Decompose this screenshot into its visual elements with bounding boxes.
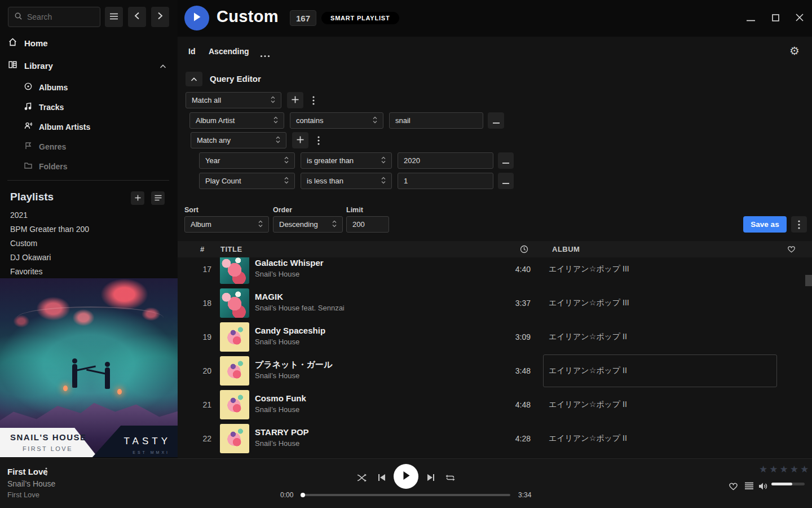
volume-slider[interactable] [771,483,805,485]
group-more-icon[interactable] [308,92,319,108]
playlist-item-favorites[interactable]: Favorites [10,267,43,276]
rule-value-input[interactable]: 1 [398,173,493,189]
order-select[interactable]: Descending [273,216,343,233]
track-artist[interactable]: Snail’s House [255,405,299,414]
track-artist[interactable]: Snail’s House feat. Sennzai [255,304,345,312]
track-album[interactable]: エイリアン☆ポップ II [549,388,627,422]
track-artwork[interactable] [220,257,249,284]
add-playlist-button[interactable] [131,191,144,205]
search-input[interactable]: Search [8,7,100,27]
sidebar-item-album-artists[interactable]: Album Artists [24,121,90,132]
table-row[interactable]: 22 STARRY POP Snail’s House 4:28 エイリアン☆ポ… [178,422,812,456]
sidebar-item-tracks[interactable]: Tracks [24,102,64,112]
next-track-button[interactable] [422,470,438,485]
track-artwork[interactable] [220,390,249,419]
playlist-queue-button[interactable] [151,191,165,205]
track-album[interactable]: エイリアン☆ポップ III [549,257,629,286]
collapse-query-editor-button[interactable] [186,72,202,86]
add-rule-button[interactable] [292,132,308,148]
scrollbar-thumb[interactable] [805,275,812,286]
track-title[interactable]: Candy Spaceship [255,326,325,335]
track-artwork[interactable] [220,288,249,318]
previous-track-button[interactable] [374,470,390,485]
track-title[interactable]: MAGIK [255,292,283,301]
forward-button[interactable] [151,7,169,27]
track-artist[interactable]: Snail’s House [255,371,299,380]
sidebar-item-home[interactable]: Home [8,37,48,49]
track-album[interactable]: エイリアン☆ポップ III [549,286,629,320]
more-options-icon[interactable] [260,50,270,60]
playlist-item-2021[interactable]: 2021 [10,211,28,220]
track-title[interactable]: Cosmo Funk [255,393,306,403]
now-playing-artwork[interactable]: SNAIL'S HOUSE FIRST LOVE TASTY EST MMXI [0,278,178,457]
track-album[interactable]: エイリアン☆ポップ II [549,354,627,388]
rule-operator-select[interactable]: is less than [301,173,392,189]
rule-value-input[interactable]: snail [389,112,483,129]
track-artwork[interactable] [220,356,249,386]
favorite-button[interactable] [725,478,741,494]
rule-operator-select[interactable]: contains [290,112,383,129]
seek-knob[interactable] [301,493,305,497]
sidebar-item-folders[interactable]: Folders [24,161,68,172]
table-row[interactable]: 17 Galactic Whisper Snail’s House 4:40 エ… [178,257,812,286]
rule-field-select[interactable]: Year [199,152,295,169]
queue-button[interactable] [741,478,757,494]
settings-gear-icon[interactable]: ⚙ [789,44,800,58]
playlist-item-bpm[interactable]: BPM Greater than 200 [10,225,89,234]
table-row[interactable]: 19 Candy Spaceship Snail’s House 3:09 エイ… [178,320,812,354]
table-row[interactable]: 18 MAGIK Snail’s House feat. Sennzai 3:3… [178,286,812,320]
track-artwork[interactable] [220,322,249,352]
track-artist[interactable]: Snail’s House [255,439,299,448]
now-playing-album[interactable]: First Love [7,491,39,499]
collapse-library-icon[interactable] [160,61,166,71]
track-album[interactable]: エイリアン☆ポップ II [549,320,627,354]
rule-field-select[interactable]: Play Count [199,173,295,189]
seek-bar[interactable] [302,494,510,496]
volume-icon[interactable] [756,478,771,494]
track-artist[interactable]: Snail’s House [255,270,299,278]
remove-rule-button[interactable] [488,112,504,129]
rule-field-select[interactable]: Album Artist [189,112,284,129]
track-artist[interactable]: Snail’s House [255,338,299,346]
duration-clock-icon[interactable] [520,245,528,255]
match-type-select[interactable]: Match all [186,92,281,108]
playlist-item-custom[interactable]: Custom [10,239,37,248]
sort-select[interactable]: Album [184,216,269,233]
remove-rule-button[interactable] [498,152,514,169]
track-title[interactable]: Galactic Whisper [255,258,324,268]
maximize-button[interactable] [769,12,782,25]
back-button[interactable] [128,7,146,27]
playlist-item-dj-okawari[interactable]: DJ Okawari [10,253,51,262]
add-rule-button[interactable] [287,92,303,108]
minimize-button[interactable] [744,12,757,25]
play-playlist-button[interactable] [184,6,209,30]
column-album[interactable]: ALBUM [552,245,580,253]
sort-field-button[interactable]: Id [188,47,195,56]
sidebar-item-library[interactable]: Library [8,60,53,71]
menu-button[interactable] [105,7,123,27]
save-as-button[interactable]: Save as [743,216,787,233]
rule-operator-select[interactable]: is greater than [301,152,392,169]
table-row[interactable]: 21 Cosmo Funk Snail’s House 4:48 エイリアン☆ポ… [178,388,812,422]
remove-rule-button[interactable] [498,173,514,189]
match-type-select[interactable]: Match any [191,132,286,148]
column-title[interactable]: TITLE [220,245,242,253]
sidebar-item-genres[interactable]: Genres [24,141,66,152]
now-playing-artist[interactable]: Snail’s House [7,479,55,488]
track-album[interactable]: エイリアン☆ポップ II [549,422,627,456]
now-playing-more-icon[interactable] [45,467,47,478]
table-row[interactable]: 20 プラネット・ガール Snail’s House 3:48 エイリアン☆ポッ… [178,354,812,388]
track-artwork[interactable] [220,424,249,453]
sort-direction-button[interactable]: Ascending [209,47,249,56]
group-more-icon[interactable] [313,132,324,148]
rule-value-input[interactable]: 2020 [398,152,493,169]
now-playing-title[interactable]: First Love [7,467,48,476]
limit-input[interactable]: 200 [346,216,389,233]
shuffle-button[interactable] [354,470,370,485]
column-number[interactable]: # [200,245,204,253]
close-button[interactable] [793,12,806,25]
track-title[interactable]: プラネット・ガール [255,360,332,370]
track-title[interactable]: STARRY POP [255,427,309,437]
save-more-icon[interactable] [791,216,807,233]
rating-stars[interactable]: ★★★★★ [759,463,810,475]
